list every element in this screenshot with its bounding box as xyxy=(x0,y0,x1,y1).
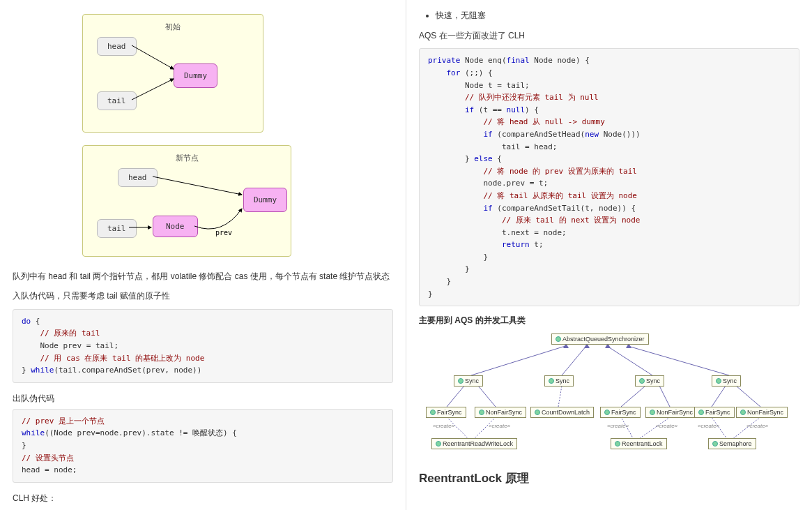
create-label: «create» xyxy=(656,423,677,429)
bullet-fast: 快速，无阻塞 xyxy=(436,10,799,22)
aqs-intro: AQS 在一些方面改进了 CLH xyxy=(419,29,799,43)
class-icon xyxy=(458,378,464,384)
svg-line-0 xyxy=(132,45,174,69)
uml-text: NonFairSync xyxy=(657,409,693,416)
uml-text: FairSync xyxy=(705,409,730,416)
svg-line-7 xyxy=(628,346,729,375)
uml-sync-4: Sync xyxy=(712,375,741,387)
uml-text: AbstractQueuedSynchronizer xyxy=(562,336,645,343)
class-icon xyxy=(740,410,746,415)
uml-fair-1: FairSync xyxy=(426,407,466,418)
bullet-list: 快速，无阻塞 xyxy=(436,10,799,22)
class-icon xyxy=(556,336,561,342)
create-label: «create» xyxy=(746,423,768,429)
node-head-2: head xyxy=(118,168,158,187)
clh-benefits-label: CLH 好处： xyxy=(13,491,393,505)
class-icon xyxy=(549,378,554,384)
uml-text: ReentrantReadWriteLock xyxy=(443,440,513,447)
svg-line-2 xyxy=(153,177,242,195)
uml-rl: ReentrantLock xyxy=(611,438,667,449)
diagram-initial: 初始 head tail Dummy xyxy=(82,14,263,133)
code-dequeue: // prev 是上一个节点 while((Node prev=node.pre… xyxy=(13,409,393,483)
class-icon xyxy=(430,410,436,415)
svg-line-5 xyxy=(562,346,586,375)
uml-text: Sync xyxy=(646,377,660,384)
node-tail-2: tail xyxy=(97,219,137,238)
svg-line-13 xyxy=(712,386,726,407)
uml-sem: Semaphore xyxy=(708,438,756,449)
uml-text: CountDownLatch xyxy=(542,409,590,416)
uml-text: Sync xyxy=(465,377,479,384)
reentrantlock-heading: ReentrantLock 原理 xyxy=(419,470,799,486)
uml-diagram: AbstractQueuedSynchronizer Sync Sync Syn… xyxy=(419,333,799,459)
create-label: «create» xyxy=(433,423,454,429)
uml-sync-1: Sync xyxy=(454,375,483,387)
class-icon xyxy=(639,378,645,384)
class-icon xyxy=(698,410,704,415)
diagram-newnode: 新节点 head tail Node Dummy prev xyxy=(82,145,291,257)
para-enqueue: 入队伪代码，只需要考虑 tail 赋值的原子性 xyxy=(13,289,393,303)
node-node: Node xyxy=(153,216,198,237)
class-icon xyxy=(716,378,721,384)
uml-sync-3: Sync xyxy=(635,375,664,387)
create-label: «create» xyxy=(698,423,719,429)
class-icon xyxy=(479,410,484,415)
diagram1-title: 初始 xyxy=(90,22,256,32)
diagram2-title: 新节点 xyxy=(90,153,284,163)
node-dummy-2: Dummy xyxy=(243,188,287,212)
uml-text: NonFairSync xyxy=(747,409,783,416)
node-tail: tail xyxy=(97,91,137,110)
uml-text: FairSync xyxy=(611,409,636,416)
right-column: 快速，无阻塞 AQS 在一些方面改进了 CLH private Node enq… xyxy=(406,0,812,510)
svg-line-10 xyxy=(558,386,562,407)
svg-line-6 xyxy=(607,346,652,375)
uml-text: Sync xyxy=(723,377,737,384)
class-icon xyxy=(535,410,540,415)
create-label: «create» xyxy=(489,423,510,429)
svg-line-14 xyxy=(736,386,760,407)
para-queue-desc: 队列中有 head 和 tail 两个指针节点，都用 volatile 修饰配合… xyxy=(13,269,393,283)
svg-line-12 xyxy=(659,386,670,407)
svg-line-1 xyxy=(132,79,174,100)
class-icon xyxy=(604,410,610,415)
uml-text: NonFairSync xyxy=(486,409,522,416)
svg-line-4 xyxy=(471,346,565,375)
svg-line-9 xyxy=(478,386,496,407)
class-icon xyxy=(650,410,655,415)
svg-line-11 xyxy=(621,386,645,407)
class-icon xyxy=(712,441,718,447)
uml-sync-2: Sync xyxy=(544,375,574,387)
node-head: head xyxy=(97,37,137,56)
class-icon xyxy=(436,441,441,447)
uml-text: Sync xyxy=(556,377,569,384)
code-enq-method: private Node enq(final Node node) { for … xyxy=(419,48,799,306)
uml-fair-3: FairSync xyxy=(694,407,735,418)
svg-line-8 xyxy=(447,386,464,407)
dequeue-label: 出队伪代码 xyxy=(13,393,393,405)
node-dummy: Dummy xyxy=(174,63,217,88)
uml-text: Semaphore xyxy=(719,440,752,447)
uml-nonfair-1: NonFairSync xyxy=(475,407,526,418)
uml-text: ReentrantLock xyxy=(622,440,663,447)
page-root: 初始 head tail Dummy 新节点 head tail Node Du… xyxy=(0,0,812,510)
left-column: 初始 head tail Dummy 新节点 head tail Node Du… xyxy=(0,0,406,510)
create-label: «create» xyxy=(607,423,629,429)
uml-nonfair-2: NonFairSync xyxy=(645,407,697,418)
aqs-tools-heading: 主要用到 AQS 的并发工具类 xyxy=(419,315,799,327)
code-enqueue: do { // 原来的 tail Node prev = tail; // 用 … xyxy=(13,309,393,383)
uml-cdl: CountDownLatch xyxy=(530,407,594,418)
class-icon xyxy=(615,441,620,447)
uml-text: FairSync xyxy=(437,409,462,416)
uml-nonfair-3: NonFairSync xyxy=(736,407,788,418)
uml-rrwl: ReentrantReadWriteLock xyxy=(431,438,517,449)
prev-label: prev xyxy=(215,229,232,237)
uml-aqs: AbstractQueuedSynchronizer xyxy=(551,333,649,345)
uml-fair-2: FairSync xyxy=(600,407,641,418)
